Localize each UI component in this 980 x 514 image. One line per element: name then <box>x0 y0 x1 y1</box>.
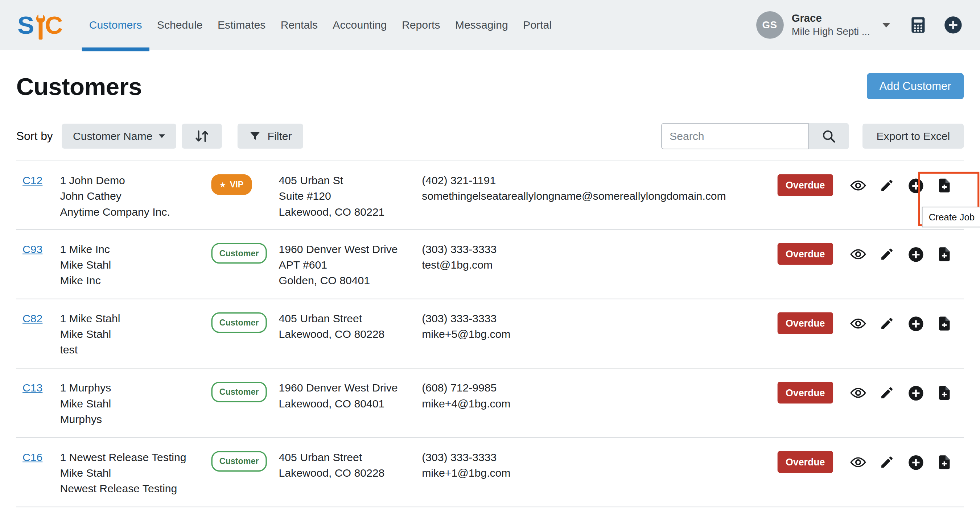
file-plus-icon <box>936 385 953 401</box>
calculator-icon <box>909 16 928 35</box>
contact-name: John Cathey <box>60 189 211 204</box>
filter-button[interactable]: Filter <box>237 124 303 149</box>
status-badge: Overdue <box>778 243 833 265</box>
plus-circle-icon <box>907 454 924 471</box>
create-job-button[interactable] <box>935 314 954 333</box>
plus-circle-icon <box>907 315 924 332</box>
address-line: 405 Urban St <box>279 173 422 189</box>
user-avatar[interactable]: GS <box>756 11 783 39</box>
phone-number: (303) 333-3333 <box>422 242 768 257</box>
top-navbar: S C Customers Schedule Estimates Rentals… <box>0 0 980 50</box>
quick-add-button[interactable] <box>944 16 963 35</box>
phone-number: (402) 321-1191 <box>422 173 768 189</box>
sort-by-label: Sort by <box>16 129 53 143</box>
add-button[interactable] <box>906 245 925 263</box>
customer-display-name: 1 Murphys <box>60 380 211 396</box>
address-line: Lakewood, CO 80228 <box>279 327 422 342</box>
plus-circle-icon <box>907 246 924 263</box>
nav-accounting[interactable]: Accounting <box>325 0 395 50</box>
add-customer-button[interactable]: Add Customer <box>867 73 964 99</box>
customer-row: C12 1 John Demo John Cathey Anytime Comp… <box>16 160 964 230</box>
customer-id-link[interactable]: C13 <box>22 380 60 437</box>
search-button[interactable] <box>809 123 849 149</box>
nav-rentals[interactable]: Rentals <box>273 0 325 50</box>
create-job-tooltip: Create Job <box>922 206 980 227</box>
company-name: Murphys <box>60 412 211 427</box>
customer-table: C12 1 John Demo John Cathey Anytime Comp… <box>16 160 964 507</box>
company-name: Anytime Company Inc. <box>60 204 211 220</box>
sort-direction-button[interactable] <box>182 124 222 149</box>
edit-button[interactable] <box>877 453 896 471</box>
view-button[interactable] <box>849 245 867 263</box>
address-line: Golden, CO 80401 <box>279 273 422 289</box>
edit-button[interactable] <box>877 384 896 402</box>
address-line: Lakewood, CO 80401 <box>279 396 422 412</box>
view-button[interactable] <box>849 314 867 333</box>
view-button[interactable] <box>849 453 867 471</box>
customer-id-link[interactable]: C93 <box>22 242 60 299</box>
create-job-button[interactable] <box>935 453 954 471</box>
file-plus-icon <box>936 177 953 194</box>
sort-field-value: Customer Name <box>73 130 153 143</box>
nav-messaging[interactable]: Messaging <box>447 0 515 50</box>
status-badge: Overdue <box>778 451 833 473</box>
customer-row: C13 1 Murphys Mike Stahl Murphys Custome… <box>16 369 964 438</box>
customer-id-link[interactable]: C12 <box>22 173 60 229</box>
file-plus-icon <box>936 454 953 471</box>
file-plus-icon <box>936 246 953 262</box>
nav-estimates[interactable]: Estimates <box>210 0 273 50</box>
address-line: Lakewood, CO 80228 <box>279 465 422 481</box>
customer-badge: Customer <box>211 382 267 402</box>
vip-badge: ★VIP <box>211 175 251 195</box>
create-job-button[interactable] <box>935 176 954 195</box>
nav-portal[interactable]: Portal <box>515 0 559 50</box>
create-job-button[interactable] <box>935 384 954 402</box>
edit-button[interactable] <box>877 176 896 195</box>
nav-customers[interactable]: Customers <box>82 0 150 50</box>
customer-id-link[interactable]: C82 <box>22 311 60 368</box>
chevron-down-icon <box>159 134 165 138</box>
logo[interactable]: S C <box>18 12 63 37</box>
plus-circle-icon <box>907 385 924 401</box>
address-line: 405 Urban Street <box>279 450 422 465</box>
edit-button[interactable] <box>877 314 896 333</box>
nav-reports[interactable]: Reports <box>394 0 447 50</box>
chevron-down-icon[interactable] <box>883 23 890 27</box>
add-button[interactable] <box>906 314 925 333</box>
user-menu[interactable]: Grace Mile High Septi ... <box>792 12 870 38</box>
customer-row: C82 1 Mike Stahl Mike Stahl test Custome… <box>16 299 964 368</box>
nav-schedule[interactable]: Schedule <box>150 0 210 50</box>
add-button[interactable] <box>906 453 925 471</box>
customer-id-link[interactable]: C16 <box>22 450 60 507</box>
customer-badge: Customer <box>211 243 267 263</box>
customer-display-name: 1 John Demo <box>60 173 211 189</box>
sort-field-dropdown[interactable]: Customer Name <box>62 124 176 149</box>
create-job-button[interactable] <box>935 245 954 263</box>
main-content: Customers Add Customer Sort by Customer … <box>0 73 980 508</box>
contact-name: Mike Stahl <box>60 327 211 342</box>
view-button[interactable] <box>849 384 867 402</box>
company-name: Mike Inc <box>60 273 211 289</box>
main-nav: Customers Schedule Estimates Rentals Acc… <box>82 0 559 50</box>
logo-letter-s: S <box>18 12 34 37</box>
user-company: Mile High Septi ... <box>792 25 870 38</box>
calculator-button[interactable] <box>909 16 928 35</box>
customer-badge: Customer <box>211 451 267 471</box>
company-name: Newest Release Testing <box>60 481 211 497</box>
address-line: 1960 Denver West Drive <box>279 380 422 396</box>
add-button[interactable] <box>906 384 925 402</box>
view-button[interactable] <box>849 176 867 195</box>
status-badge: Overdue <box>778 313 833 334</box>
search-input[interactable] <box>662 123 809 149</box>
contact-name: Mike Stahl <box>60 257 211 273</box>
add-button[interactable] <box>906 176 925 195</box>
edit-button[interactable] <box>877 245 896 263</box>
phone-number: (303) 333-3333 <box>422 450 768 465</box>
email-address: mike+4@1bg.com <box>422 396 768 412</box>
export-excel-button[interactable]: Export to Excel <box>863 124 964 149</box>
address-line: 1960 Denver West Drive <box>279 242 422 257</box>
pencil-icon <box>880 178 894 193</box>
eye-icon <box>850 178 867 193</box>
email-address: mike+1@1bg.com <box>422 465 768 481</box>
customer-badge: Customer <box>211 313 267 333</box>
